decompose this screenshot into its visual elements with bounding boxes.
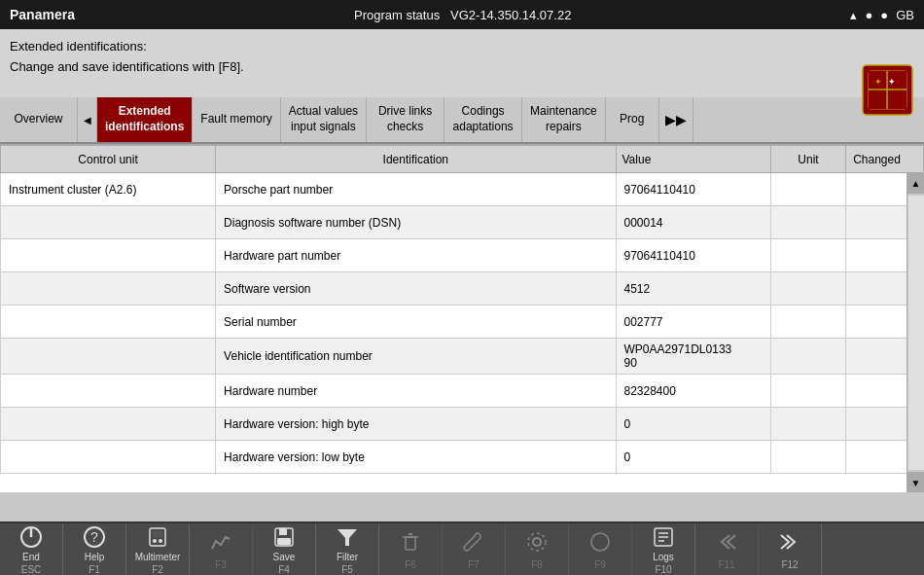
header-unit: Unit: [770, 146, 845, 173]
tab-more-arrow[interactable]: ▶▶: [659, 97, 693, 142]
cell-identification: Serial number: [216, 305, 616, 339]
question-icon: ?: [81, 524, 108, 550]
cell-unit: [770, 375, 845, 408]
table-row: Diagnosis software number (DSN)000014: [1, 206, 924, 239]
header-control-unit: Control unit: [1, 146, 216, 173]
cell-value: 0: [616, 408, 770, 441]
svg-point-27: [591, 533, 609, 551]
cell-unit: [770, 239, 845, 272]
save-button[interactable]: Save F4: [253, 523, 316, 575]
help-button[interactable]: ? Help F1: [63, 523, 126, 575]
cell-unit: [770, 173, 845, 206]
circle-icon: [586, 528, 614, 556]
power-icon: [18, 524, 45, 550]
cell-value: 97064110410: [616, 239, 770, 272]
tab-drive-links[interactable]: Drive linkschecks: [367, 97, 444, 142]
svg-text:✦: ✦: [874, 77, 882, 87]
f3-button: F3: [190, 523, 253, 575]
tab-prog[interactable]: Prog: [606, 97, 659, 142]
svg-rect-20: [277, 538, 291, 545]
svg-rect-19: [279, 528, 287, 535]
svg-point-17: [159, 539, 162, 543]
svg-point-16: [153, 539, 157, 543]
svg-rect-4: [869, 90, 886, 109]
filter-key: F5: [341, 564, 353, 575]
table-row: Serial number002777: [1, 305, 924, 339]
end-key: ESC: [21, 564, 42, 575]
cell-control-unit: [1, 441, 216, 474]
tab-fault-memory[interactable]: Fault memory: [193, 97, 280, 142]
tab-overview[interactable]: Overview: [0, 97, 78, 142]
cell-identification: Hardware number: [216, 375, 616, 408]
table-row: Vehicle identification numberWP0AA2971DL…: [1, 339, 924, 375]
f11-key: F11: [718, 559, 734, 570]
tab-maintenance-label: Maintenancerepairs: [530, 104, 597, 134]
tab-extended-identifications[interactable]: Extendedidentifications: [97, 97, 193, 142]
multimeter-icon: [144, 524, 171, 550]
cell-identification: Diagnosis software number (DSN): [216, 206, 616, 239]
f8-button: F8: [506, 523, 569, 575]
scrollbar[interactable]: ▲ ▼: [906, 172, 924, 492]
filter-button[interactable]: Filter F5: [316, 523, 379, 575]
table-row: Hardware number82328400: [1, 375, 924, 408]
svg-point-25: [533, 538, 541, 546]
cell-identification: Hardware version: low byte: [216, 441, 616, 474]
scroll-up-btn[interactable]: ▲: [907, 172, 925, 194]
tab-actual-values[interactable]: Actual valuesinput signals: [281, 97, 367, 142]
tab-overview-label: Overview: [14, 112, 62, 127]
cell-unit: [770, 206, 845, 239]
top-bar-right: ▴ ● ● GB: [850, 8, 914, 22]
cell-identification: Porsche part number: [216, 173, 616, 206]
logs-button[interactable]: Logs F10: [632, 523, 695, 575]
cell-control-unit: [1, 206, 216, 239]
cell-value: 0: [616, 441, 770, 474]
filter-label: Filter: [337, 552, 358, 562]
f12-key: F12: [781, 559, 798, 570]
f6-button: F6: [379, 523, 443, 575]
save-key: F4: [278, 564, 290, 575]
wrench-icon: [460, 528, 487, 556]
app-title: Panamera: [10, 7, 75, 22]
f12-button[interactable]: F12: [759, 523, 822, 575]
tab-codings[interactable]: Codingsadaptations: [444, 97, 522, 142]
header-changed: Changed: [846, 146, 924, 173]
cell-unit: [770, 441, 845, 474]
cell-unit: [770, 272, 845, 305]
f8-key: F8: [531, 559, 543, 570]
f9-button: F9: [569, 523, 632, 575]
tab-codings-label: Codingsadaptations: [453, 104, 514, 134]
cell-control-unit: [1, 239, 216, 272]
tab-actual-label: Actual valuesinput signals: [289, 104, 358, 134]
f7-key: F7: [468, 559, 480, 570]
f9-key: F9: [594, 559, 606, 570]
tab-prog-label: Prog: [620, 112, 644, 127]
tab-bar: Overview ◀ Extendedidentifications Fault…: [0, 97, 924, 144]
cell-identification: Software version: [216, 272, 616, 305]
identifications-table: Control unit Identification Value Unit C…: [0, 145, 924, 474]
cell-control-unit: [1, 305, 216, 339]
cell-identification: Vehicle identification number: [216, 339, 616, 375]
end-button[interactable]: End ESC: [0, 523, 63, 575]
tab-fault-label: Fault memory: [200, 112, 271, 127]
svg-rect-22: [406, 537, 415, 550]
table-row: Hardware version: low byte0: [1, 441, 924, 474]
scroll-down-btn[interactable]: ▼: [907, 472, 925, 492]
info-line2: Change and save identifications with [F8…: [10, 57, 914, 78]
cell-control-unit: [1, 408, 216, 441]
bottom-bar: End ESC ? Help F1 Multimeter F2: [0, 521, 924, 575]
logs-key: F10: [655, 564, 671, 575]
table-row: Instrument cluster (A2.6)Porsche part nu…: [1, 173, 924, 206]
cell-control-unit: Instrument cluster (A2.6): [1, 173, 216, 206]
tab-extended-label: Extendedidentifications: [105, 104, 184, 134]
tab-maintenance[interactable]: Maintenancerepairs: [522, 97, 606, 142]
table-row: Software version4512: [1, 272, 924, 305]
cell-value: 000014: [616, 206, 770, 239]
multimeter-button[interactable]: Multimeter F2: [126, 523, 190, 575]
f3-key: F3: [215, 559, 227, 570]
tab-prev-arrow[interactable]: ◀: [78, 97, 97, 142]
dot2: ●: [880, 8, 888, 22]
svg-text:✦: ✦: [888, 77, 896, 87]
chart-icon: [207, 528, 234, 556]
cell-unit: [770, 339, 845, 375]
program-status: Program status VG2-14.350.14.07.22: [354, 8, 571, 22]
